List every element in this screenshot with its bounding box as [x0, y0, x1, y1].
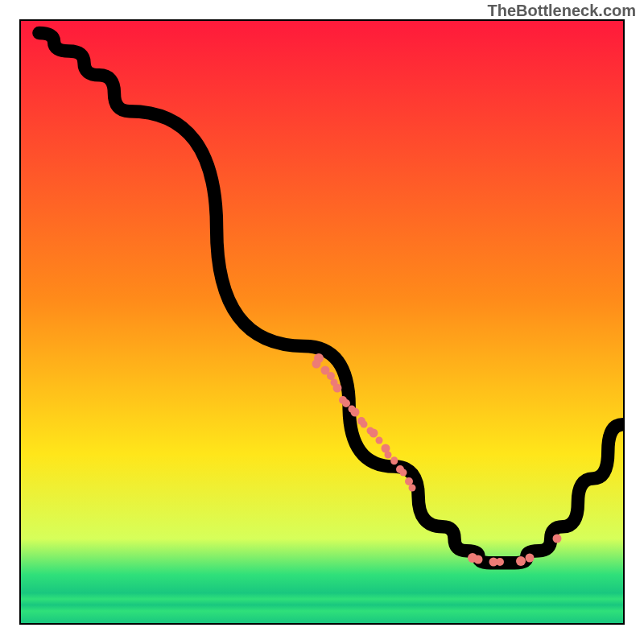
data-point	[526, 554, 535, 563]
data-point	[312, 360, 320, 369]
chart-curve-svg	[21, 21, 623, 623]
data-point	[361, 421, 368, 428]
data-point	[390, 456, 398, 464]
data-point	[516, 556, 526, 566]
data-point	[399, 469, 407, 477]
data-point	[474, 555, 483, 564]
data-point	[496, 558, 504, 566]
bottleneck-curve	[39, 33, 623, 563]
data-point	[552, 535, 561, 543]
chart-frame	[19, 19, 625, 625]
data-point	[351, 408, 360, 417]
data-point	[369, 429, 378, 438]
watermark-text: TheBottleneck.com	[488, 2, 636, 20]
data-point	[330, 378, 337, 386]
data-point	[409, 484, 416, 491]
data-point	[376, 437, 383, 444]
